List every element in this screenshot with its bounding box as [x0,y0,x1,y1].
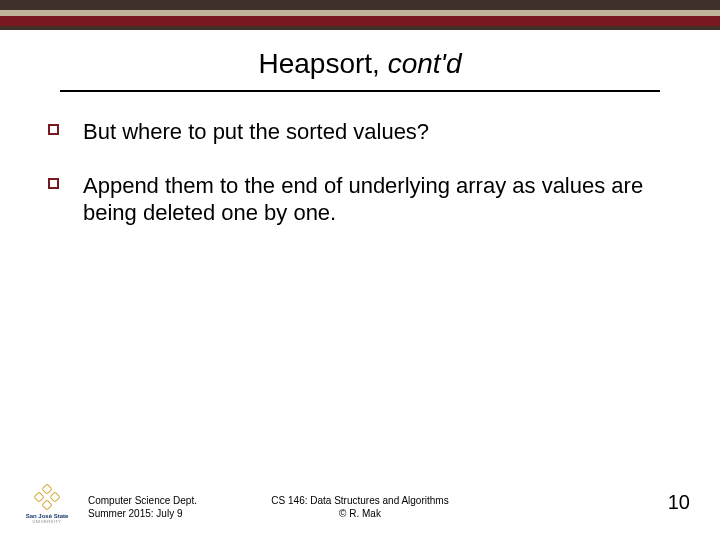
decorative-top-bars [0,0,720,30]
page-number: 10 [668,491,690,514]
footer: San José State UNIVERSITY Computer Scien… [0,476,720,526]
title-wrap: Heapsort, cont'd [0,48,720,92]
bar-dark [0,0,720,10]
bullet-text: But where to put the sorted values? [83,118,429,146]
slide: Heapsort, cont'd But where to put the so… [0,0,720,540]
bullet-marker-icon [48,178,59,189]
footer-left-line1: Computer Science Dept. [88,494,197,507]
logo-icon [35,487,59,511]
footer-center: CS 146: Data Structures and Algorithms ©… [271,494,448,520]
slide-title: Heapsort, cont'd [252,48,467,86]
bullet-marker-icon [48,124,59,135]
footer-center-line1: CS 146: Data Structures and Algorithms [271,494,448,507]
bullet-item: But where to put the sorted values? [48,118,672,146]
bar-maroon [0,16,720,26]
footer-left-line2: Summer 2015: July 9 [88,507,197,520]
footer-center-line2: © R. Mak [271,507,448,520]
footer-left: Computer Science Dept. Summer 2015: July… [88,494,197,520]
bar-dark-thin [0,26,720,30]
bullet-item: Append them to the end of underlying arr… [48,172,672,227]
content-area: But where to put the sorted values? Appe… [48,118,672,227]
title-underline [60,90,660,92]
title-main: Heapsort, [258,48,387,79]
title-italic: cont'd [388,48,462,79]
university-logo: San José State UNIVERSITY [24,487,70,524]
logo-subtext: UNIVERSITY [24,519,70,524]
bullet-text: Append them to the end of underlying arr… [83,172,672,227]
